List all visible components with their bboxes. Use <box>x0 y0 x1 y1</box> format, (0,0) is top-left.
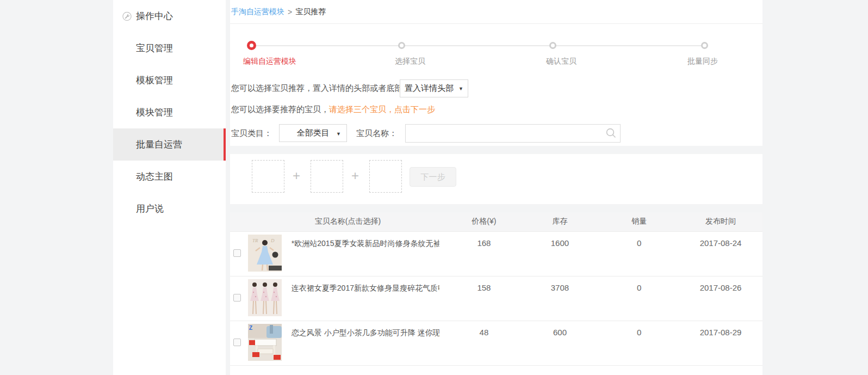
plus-icon: + <box>291 168 302 183</box>
item-name-search-input[interactable] <box>405 124 621 143</box>
filter-row: 宝贝类目： 全部类目 ▼ 宝贝名称： <box>231 124 753 143</box>
cell-price: 168 <box>448 231 520 276</box>
caret-down-icon: ▼ <box>336 131 341 137</box>
sidebar-item-label: 用户说 <box>136 202 164 215</box>
stepper-line <box>251 45 705 46</box>
sidebar-item-item-management[interactable]: 宝贝管理 <box>113 32 226 64</box>
sidebar-item-user-say[interactable]: 用户说 <box>113 193 226 225</box>
selected-items-panel: + + 下一步 <box>230 154 762 204</box>
floral-dress-product-photo[interactable] <box>248 279 282 316</box>
sidebar-item-label: 宝贝管理 <box>136 42 173 54</box>
header-item-name: 宝贝名称(点击选择) <box>248 212 448 231</box>
step-dot-4 <box>701 42 708 49</box>
step-label-confirm-items: 确认宝贝 <box>546 57 576 66</box>
cell-price: 158 <box>448 276 520 321</box>
sidebar-item-label: 模块管理 <box>136 106 173 119</box>
items-table-panel: 宝贝名称(点击选择) 价格(¥) 库存 销量 发布时间 TR <box>230 212 762 375</box>
cell-publish-date: 2017-08-29 <box>679 321 762 365</box>
category-dropdown[interactable]: 全部类目 ▼ <box>279 124 347 142</box>
cell-sales: 0 <box>599 231 679 276</box>
sidebar-item-batch-self-operation[interactable]: 批量自运营 <box>113 128 226 161</box>
table-row: 连衣裙女夏季2017新款女修身显瘦碎花气质喇 158 3708 0 2017-0… <box>230 276 762 321</box>
item-slot-1[interactable] <box>252 160 284 193</box>
header-publish-date: 发布时间 <box>679 212 762 231</box>
select-items-hint: 您可以选择要推荐的宝贝，请选择三个宝贝，点击下一步 <box>231 104 435 115</box>
cell-sales: 0 <box>599 276 679 321</box>
cell-publish-date: 2017-08-24 <box>679 231 762 276</box>
category-dropdown-value: 全部类目 <box>297 128 330 138</box>
stepper: 编辑自运营模块 选择宝贝 确认宝贝 批量同步 <box>230 24 762 78</box>
table-header-row: 宝贝名称(点击选择) 价格(¥) 库存 销量 发布时间 <box>230 212 762 231</box>
insert-position-hint: 您可以选择宝贝推荐，置入详情的头部或者底部 <box>231 79 402 97</box>
search-icon[interactable] <box>605 127 617 141</box>
table-row: Z 恋之风景 小户型小茶几多功能可升降 迷你现代 48 600 0 2017-0… <box>230 321 762 365</box>
sidebar-item-label: 操作中心 <box>136 10 173 22</box>
cell-publish-date: 2017-08-26 <box>679 276 762 321</box>
sidebar-item-dynamic-main-image[interactable]: 动态主图 <box>113 161 226 193</box>
coffee-table-product-photo[interactable]: Z <box>248 324 282 361</box>
item-slot-3[interactable] <box>369 160 402 193</box>
main-panel: 手淘自运营模块 > 宝贝推荐 编辑自运营模块 选择宝贝 确认宝贝 批量同步 您可… <box>230 0 762 146</box>
blue-dress-product-photo[interactable]: TR D <box>248 235 282 272</box>
svg-text:D: D <box>270 238 275 243</box>
item-name-link[interactable]: 连衣裙女夏季2017新款女修身显瘦碎花气质喇 <box>292 279 439 316</box>
sidebar-item-operation-center[interactable]: 操作中心 <box>113 0 226 32</box>
sidebar-item-template-management[interactable]: 模板管理 <box>113 64 226 96</box>
items-table: 宝贝名称(点击选择) 价格(¥) 库存 销量 发布时间 TR <box>230 212 762 373</box>
caret-down-icon: ▼ <box>458 86 463 91</box>
item-name-link[interactable]: *欧洲站2015夏季女装新品时尚修身条纹无袖背 <box>292 235 439 272</box>
row-checkbox[interactable] <box>233 294 241 302</box>
step-dot-1 <box>247 41 256 50</box>
table-row: TR D *欧洲 <box>230 231 762 276</box>
row-checkbox[interactable] <box>233 339 241 346</box>
cell-sales: 0 <box>599 321 679 365</box>
breadcrumb: 手淘自运营模块 > 宝贝推荐 <box>230 0 762 24</box>
header-stock: 库存 <box>520 212 600 231</box>
select-items-hint-highlight: 请选择三个宝贝，点击下一步 <box>329 104 435 114</box>
insert-position-dropdown[interactable]: 置入详情头部 ▼ <box>400 79 468 97</box>
step-label-select-items: 选择宝贝 <box>395 57 425 66</box>
row-checkbox[interactable] <box>233 249 241 257</box>
category-label: 宝贝类目： <box>231 124 272 142</box>
item-name-label: 宝贝名称： <box>356 124 397 142</box>
cell-stock: 3708 <box>520 276 600 321</box>
insert-position-value: 置入详情头部 <box>405 83 454 94</box>
sidebar-item-label: 动态主图 <box>136 170 173 183</box>
header-sales: 销量 <box>599 212 679 231</box>
step-dot-3 <box>549 42 556 49</box>
item-name-link[interactable]: 恋之风景 小户型小茶几多功能可升降 迷你现代 <box>292 324 439 361</box>
sidebar-item-label: 批量自运营 <box>136 138 182 151</box>
sidebar-item-module-management[interactable]: 模块管理 <box>113 96 226 128</box>
next-step-button[interactable]: 下一步 <box>410 167 456 187</box>
breadcrumb-current: 宝贝推荐 <box>295 7 326 17</box>
svg-text:Z: Z <box>249 325 252 331</box>
item-slot-2[interactable] <box>311 160 343 193</box>
breadcrumb-separator: > <box>288 8 292 16</box>
svg-text:TR: TR <box>252 238 258 243</box>
step-label-batch-sync: 批量同步 <box>687 57 718 66</box>
select-items-hint-prefix: 您可以选择要推荐的宝贝， <box>231 104 329 114</box>
cell-price: 48 <box>448 321 520 365</box>
table-row <box>230 365 762 373</box>
step-dot-2 <box>398 42 405 49</box>
step-label-edit-module: 编辑自运营模块 <box>243 57 296 66</box>
breadcrumb-link[interactable]: 手淘自运营模块 <box>231 7 284 17</box>
cell-stock: 1600 <box>520 231 600 276</box>
sidebar-item-label: 模板管理 <box>136 74 173 87</box>
sidebar: 操作中心 宝贝管理 模板管理 模块管理 批量自运营 动态主图 用户说 <box>113 0 226 375</box>
wrench-icon <box>122 11 132 21</box>
header-price: 价格(¥) <box>448 212 520 231</box>
cell-stock: 600 <box>520 321 600 365</box>
plus-icon: + <box>350 168 361 183</box>
